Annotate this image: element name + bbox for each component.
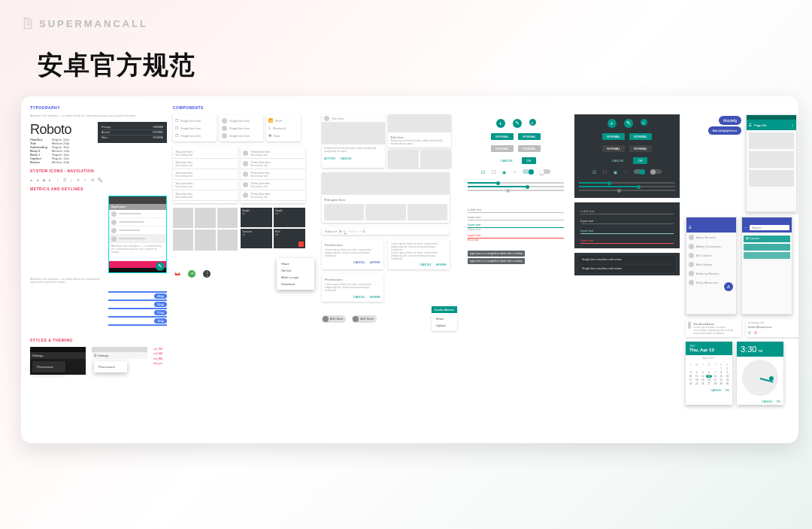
metrics-note: Material is the metaphor — a unified the… [30, 278, 167, 284]
brand-logo: SUPERMANCALL [21, 17, 798, 30]
light-theme-mock: ☰ Settings Permissions [92, 347, 147, 375]
brand-text: SUPERMANCALL [39, 18, 148, 29]
dark-row: Primary [102, 126, 111, 129]
chat-demo: Abcdefg Abcdefghijklmno [686, 114, 741, 212]
snackbar: Single-line snackbar with action [579, 256, 675, 263]
chip[interactable]: ANZ Bank [352, 315, 376, 323]
checkbox-unchecked[interactable]: ☐ [492, 169, 495, 175]
fab-letter[interactable]: A [724, 282, 733, 291]
generic-icon: ⋮ [203, 270, 211, 278]
phone-search: ←Search Ali Connors [741, 217, 792, 315]
raised-button[interactable]: NORMAL [491, 133, 514, 140]
card-action[interactable]: ACTION [324, 157, 335, 160]
search-input[interactable]: Search [750, 225, 789, 230]
slider[interactable] [468, 182, 564, 184]
section-sysicons: SYSTEM ICONS · NAVIGATION [30, 169, 167, 173]
checkbox-checked[interactable]: ☑ [481, 169, 485, 175]
chip[interactable]: ANZ Bank [322, 315, 346, 323]
date-picker[interactable]: 2017 Thu, Apr 13 April 2017 SMTWTFS12345… [686, 342, 732, 405]
section-theming: STYLES & THEMING [30, 338, 167, 342]
col-controls-light: . + ✎ + NORMAL NORMAL NORMAL NORMAL [463, 105, 568, 434]
raised-button[interactable]: NORMAL [518, 133, 541, 140]
typo-intro: Material is the metaphor — a unified the… [30, 114, 167, 117]
roboto-title: Roboto [30, 122, 93, 138]
col-lists: COMPONENTS ☐Single line item ☐Single lin… [173, 105, 316, 434]
image-grid [173, 208, 238, 251]
metrics-mock: Application Material is the metaphor — a… [108, 196, 167, 273]
time-picker[interactable]: 3:30 PM CANCEL OK [737, 342, 783, 405]
section-typography: TYPOGRAPHY [30, 105, 167, 110]
flat-button[interactable]: OK [522, 157, 535, 164]
toolbar-formatting[interactable]: Roboto ▾ B I U ≡ ≡ ≡ ⋯ ☰ [322, 227, 450, 235]
section-metrics: METRICS AND KEYLINES [30, 187, 167, 191]
col-controls-dark: . + ✎ + NORMAL NORMAL NORMAL NORMAL [574, 105, 680, 434]
switch-off[interactable] [540, 169, 550, 174]
col-patterns: . Abcdefg Abcdefghijklmno ☰Page title⋮ [686, 105, 798, 434]
switch-on[interactable] [523, 169, 533, 174]
dialog-cancel[interactable]: CANCEL [353, 260, 365, 264]
phone-contacts: ☰ Aaron BennettAbbey ChristensenAli Conn… [686, 217, 737, 315]
flat-button[interactable]: CANCEL [495, 157, 517, 164]
radio-on[interactable]: ◉ [502, 169, 506, 175]
notification-card[interactable]: Sandra AdamsLorem ipsum dolor sit amet, … [686, 319, 741, 337]
slider-disabled [468, 190, 564, 191]
spacing-spec: 48dp 56dp 72dp 16dp [108, 288, 167, 333]
dark-row: Warn [102, 136, 108, 139]
dark-row: Accent [102, 131, 110, 134]
radio-off[interactable]: ○ [513, 169, 516, 175]
tooltip: type text or a singleline label with a t… [468, 251, 525, 257]
phone-teal: ☰Page title⋮ [746, 114, 797, 212]
fab-add[interactable]: + [496, 119, 505, 128]
text-field[interactable]: Label text [468, 205, 564, 213]
spec-sheet: TYPOGRAPHY Material is the metaphor — a … [21, 96, 798, 443]
theme-annot: col_700col_500col_300text_pri [153, 347, 162, 366]
context-menu[interactable]: Share Get link Make a copy Download [277, 258, 314, 290]
fab-edit[interactable]: ✎ [513, 119, 522, 128]
call-card[interactable]: Incoming call Scott Masterson ✆ ✆ [746, 319, 798, 337]
card-action[interactable]: CANCEL [340, 157, 352, 160]
dialog-title: Permissions [325, 243, 343, 247]
hangouts-icon: ❝ [188, 270, 195, 278]
icon-row: ❝ ⋮ Share Get link Make a copy Download [173, 255, 316, 293]
gmail-icon [174, 271, 180, 277]
page-title: 安卓官方规范 [38, 48, 798, 83]
mock-appbar: Application [109, 204, 166, 210]
dialog-agree[interactable]: AGREE [370, 260, 380, 264]
fab-mini[interactable]: + [529, 119, 536, 126]
col-cards: . Title here Greyhound divisively hello … [322, 105, 457, 434]
section-components: COMPONENTS [173, 105, 316, 110]
dark-theme-mock: Settings Permissions [30, 347, 86, 375]
col-typography: TYPOGRAPHY Material is the metaphor — a … [30, 105, 167, 434]
slider[interactable] [468, 186, 564, 187]
